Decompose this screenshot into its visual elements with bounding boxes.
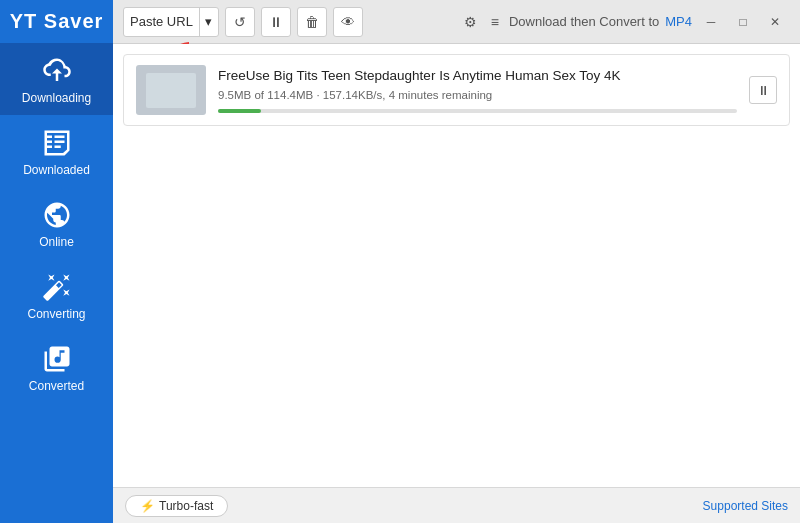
sidebar: YT Saver Downloading Downloaded Online <box>0 0 113 523</box>
download-meta: 9.5MB of 114.4MB · 157.14KB/s, 4 minutes… <box>218 89 737 101</box>
refresh-icon: ↺ <box>234 14 246 30</box>
download-info: FreeUse Big Tits Teen Stepdaughter Is An… <box>218 68 737 113</box>
minimize-icon: ─ <box>707 15 716 29</box>
menu-icon: ≡ <box>491 14 499 30</box>
online-icon <box>41 199 73 231</box>
supported-sites-link[interactable]: Supported Sites <box>703 499 788 513</box>
pause-all-button[interactable]: ⏸ <box>261 7 291 37</box>
sidebar-item-converting[interactable]: Converting <box>0 259 113 331</box>
paste-url-button[interactable]: Paste URL ▾ <box>123 7 219 37</box>
thumbnail <box>136 65 206 115</box>
format-link[interactable]: MP4 <box>665 14 692 29</box>
toolbar-left: Paste URL ▾ ↺ ⏸ 🗑 👁 <box>123 7 363 37</box>
sidebar-label-downloading: Downloading <box>22 91 91 105</box>
paste-url-label: Paste URL <box>130 14 193 29</box>
item-pause-icon: ⏸ <box>757 83 770 98</box>
progress-bar-fill <box>218 109 261 113</box>
progress-bar-background <box>218 109 737 113</box>
dropdown-arrow-icon: ▾ <box>199 8 212 36</box>
download-actions: ⏸ <box>749 76 777 104</box>
sidebar-item-online[interactable]: Online <box>0 187 113 259</box>
sidebar-label-converted: Converted <box>29 379 84 393</box>
minimize-button[interactable]: ─ <box>698 9 724 35</box>
sidebar-item-downloading[interactable]: Downloading <box>0 43 113 115</box>
content-area: FreeUse Big Tits Teen Stepdaughter Is An… <box>113 44 800 487</box>
download-item: FreeUse Big Tits Teen Stepdaughter Is An… <box>123 54 790 126</box>
maximize-icon: □ <box>739 15 746 29</box>
sidebar-label-downloaded: Downloaded <box>23 163 90 177</box>
download-title: FreeUse Big Tits Teen Stepdaughter Is An… <box>218 68 737 83</box>
trash-icon: 🗑 <box>305 14 319 30</box>
toolbar-right: ⚙ ≡ Download then Convert to MP4 ─ □ ✕ <box>460 9 788 35</box>
eye-icon: 👁 <box>341 14 355 30</box>
turbo-label: Turbo-fast <box>159 499 213 513</box>
pause-icon: ⏸ <box>269 14 283 30</box>
sidebar-label-converting: Converting <box>27 307 85 321</box>
delete-button[interactable]: 🗑 <box>297 7 327 37</box>
view-button[interactable]: 👁 <box>333 7 363 37</box>
converting-icon <box>41 271 73 303</box>
menu-button[interactable]: ≡ <box>487 12 503 32</box>
close-button[interactable]: ✕ <box>762 9 788 35</box>
sidebar-item-downloaded[interactable]: Downloaded <box>0 115 113 187</box>
download-convert-label: Download then Convert to <box>509 14 659 29</box>
refresh-button[interactable]: ↺ <box>225 7 255 37</box>
converted-icon <box>41 343 73 375</box>
lightning-icon: ⚡ <box>140 499 155 513</box>
sidebar-label-online: Online <box>39 235 74 249</box>
turbo-fast-button[interactable]: ⚡ Turbo-fast <box>125 495 228 517</box>
item-pause-button[interactable]: ⏸ <box>749 76 777 104</box>
maximize-button[interactable]: □ <box>730 9 756 35</box>
thumb-preview <box>146 73 196 108</box>
download-icon <box>41 55 73 87</box>
sidebar-item-converted[interactable]: Converted <box>0 331 113 403</box>
downloaded-icon <box>41 127 73 159</box>
toolbar: Paste URL ▾ ↺ ⏸ 🗑 👁 <box>113 0 800 44</box>
settings-button[interactable]: ⚙ <box>460 12 481 32</box>
close-icon: ✕ <box>770 15 780 29</box>
app-title: YT Saver <box>0 0 113 43</box>
bottom-bar: ⚡ Turbo-fast Supported Sites <box>113 487 800 523</box>
main-area: Paste URL ▾ ↺ ⏸ 🗑 👁 <box>113 0 800 523</box>
settings-icon: ⚙ <box>464 14 477 30</box>
